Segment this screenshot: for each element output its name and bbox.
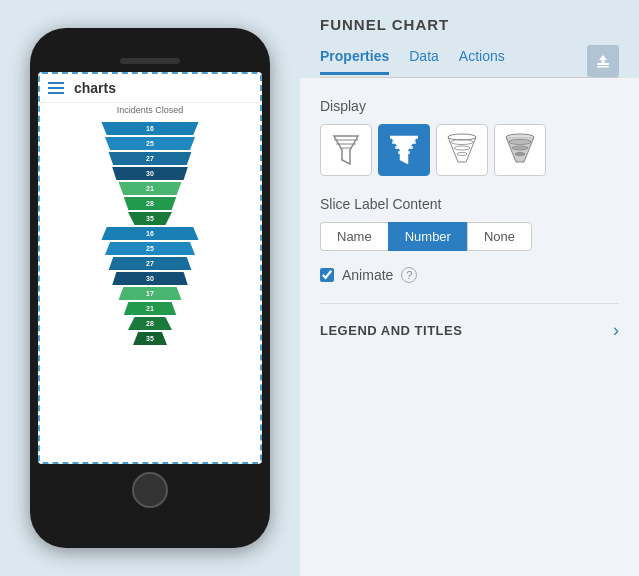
slice-label-section: Slice Label Content Name Number None (320, 196, 619, 251)
funnel-slice: 35 (128, 212, 172, 225)
funnel-slice: 16 (96, 227, 204, 240)
export-button[interactable] (587, 45, 619, 77)
funnel-slice: 35 (133, 332, 167, 345)
screen-title: charts (74, 80, 116, 96)
phone-mockup: charts Incidents Closed 16 25 27 30 21 2… (30, 28, 270, 548)
panel-header: FUNNEL CHART Properties Data Actions (300, 0, 639, 78)
funnel-slice: 27 (104, 257, 196, 270)
funnel-slice: 27 (104, 152, 196, 165)
animate-checkbox[interactable] (320, 268, 334, 282)
display-option-3d-outline[interactable] (436, 124, 488, 176)
panel-content: Display (300, 78, 639, 576)
phone-home-button[interactable] (132, 472, 168, 508)
svg-rect-9 (400, 156, 408, 159)
tabs: Properties Data Actions (320, 48, 505, 75)
right-panel: FUNNEL CHART Properties Data Actions Dis… (300, 0, 639, 576)
tabs-row: Properties Data Actions (320, 45, 619, 78)
svg-rect-5 (390, 136, 418, 139)
funnel-slice: 28 (122, 197, 179, 210)
hamburger-icon[interactable] (48, 82, 64, 94)
legend-title: LEGEND AND TITLES (320, 323, 462, 338)
slice-btn-none[interactable]: None (467, 222, 532, 251)
funnel-slice: 17 (115, 287, 185, 300)
svg-point-12 (454, 146, 470, 150)
funnel-slice: 25 (100, 242, 200, 255)
panel-title: FUNNEL CHART (320, 16, 619, 33)
screen-subtitle: Incidents Closed (40, 103, 260, 117)
display-option-funnel-filled[interactable] (378, 124, 430, 176)
tab-actions[interactable]: Actions (459, 48, 505, 75)
phone-panel: charts Incidents Closed 16 25 27 30 21 2… (0, 0, 300, 576)
funnel-slice: 30 (108, 272, 192, 285)
svg-rect-8 (398, 151, 410, 154)
phone-speaker (120, 58, 180, 64)
animate-row: Animate ? (320, 267, 619, 283)
svg-point-17 (515, 153, 525, 156)
legend-section[interactable]: LEGEND AND TITLES › (320, 303, 619, 341)
tab-data[interactable]: Data (409, 48, 439, 75)
svg-point-15 (509, 140, 531, 145)
svg-point-13 (457, 153, 467, 156)
svg-rect-7 (395, 146, 413, 149)
funnel-slice: 28 (128, 317, 172, 330)
slice-btn-number[interactable]: Number (388, 222, 467, 251)
tab-properties[interactable]: Properties (320, 48, 389, 75)
funnel-slice: 16 (96, 122, 204, 135)
slice-btn-name[interactable]: Name (320, 222, 388, 251)
slice-label-buttons: Name Number None (320, 222, 619, 251)
funnel-slice: 25 (100, 137, 200, 150)
funnel-slice: 30 (108, 167, 192, 180)
chevron-right-icon: › (613, 320, 619, 341)
svg-point-16 (512, 146, 528, 150)
help-icon[interactable]: ? (401, 267, 417, 283)
slice-label-title: Slice Label Content (320, 196, 619, 212)
display-option-3d-filled[interactable] (494, 124, 546, 176)
display-options (320, 124, 619, 176)
screen-header: charts (40, 74, 260, 103)
funnel-chart: 16 25 27 30 21 28 35 16 25 27 30 17 21 2… (40, 117, 260, 350)
svg-rect-1 (597, 66, 609, 68)
phone-screen: charts Incidents Closed 16 25 27 30 21 2… (38, 72, 262, 464)
funnel-slice: 21 (115, 182, 185, 195)
svg-rect-0 (597, 63, 609, 65)
svg-rect-6 (392, 141, 416, 144)
display-label: Display (320, 98, 619, 114)
display-option-funnel-outline[interactable] (320, 124, 372, 176)
funnel-slice: 21 (122, 302, 179, 315)
animate-label: Animate (342, 267, 393, 283)
